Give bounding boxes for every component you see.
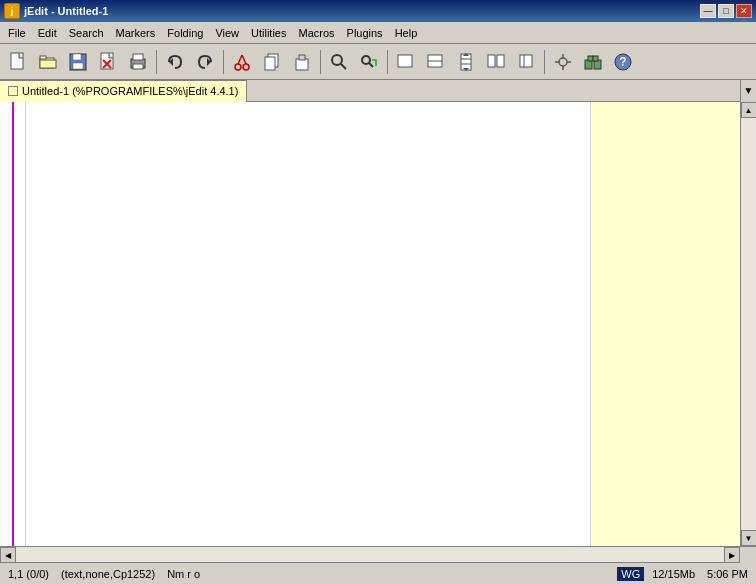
tab-label: Untitled-1 (%PROGRAMFILES%\jEdit 4.4.1) <box>22 85 238 97</box>
menu-plugins[interactable]: Plugins <box>341 25 389 41</box>
svg-rect-12 <box>133 64 143 69</box>
fold-gutter <box>14 102 26 546</box>
svg-rect-37 <box>520 55 532 67</box>
cursor-position: 1,1 (0/0) <box>4 567 53 581</box>
tab-dropdown-icon: ▼ <box>744 85 754 96</box>
svg-line-17 <box>238 55 242 64</box>
right-panel <box>590 102 740 546</box>
svg-rect-30 <box>461 54 471 70</box>
memory-status: 12/15Mb <box>648 567 699 581</box>
wg-status: WG <box>617 567 644 581</box>
redo-button[interactable] <box>191 48 219 76</box>
tab-icon <box>8 86 18 96</box>
open-button[interactable] <box>34 48 62 76</box>
global-options-button[interactable] <box>549 48 577 76</box>
scroll-down-button[interactable]: ▼ <box>741 530 757 546</box>
toolbar-sep-2 <box>223 50 224 74</box>
title-bar-left: j jEdit - Untitled-1 <box>4 3 108 19</box>
scroll-right-button[interactable]: ▶ <box>724 547 740 563</box>
scroll-corner <box>740 547 756 563</box>
svg-rect-11 <box>133 54 143 60</box>
svg-rect-47 <box>593 56 598 61</box>
status-bar: 1,1 (0/0) (text,none,Cp1252) Nm r o WG 1… <box>0 562 756 584</box>
toolbar-sep-4 <box>387 50 388 74</box>
svg-rect-6 <box>73 63 83 69</box>
title-buttons: — □ ✕ <box>700 4 752 18</box>
window-title: jEdit - Untitled-1 <box>24 5 108 17</box>
cut-button[interactable] <box>228 48 256 76</box>
file-mode: (text,none,Cp1252) <box>57 567 159 581</box>
menu-macros[interactable]: Macros <box>292 25 340 41</box>
svg-line-24 <box>341 64 346 69</box>
toolbar: ? <box>0 44 756 80</box>
menu-folding[interactable]: Folding <box>161 25 209 41</box>
svg-point-25 <box>362 56 370 64</box>
svg-point-15 <box>235 64 241 70</box>
menu-markers[interactable]: Markers <box>110 25 162 41</box>
minimize-button[interactable]: — <box>700 4 716 18</box>
close-button[interactable]: ✕ <box>736 4 752 18</box>
toolbar-sep-5 <box>544 50 545 74</box>
paste-button[interactable] <box>288 48 316 76</box>
main-area: ▲ ▼ ◀ ▶ <box>0 102 756 562</box>
svg-rect-36 <box>497 55 504 67</box>
buffer-expand-button[interactable] <box>512 48 540 76</box>
svg-rect-46 <box>588 56 593 61</box>
content-area: ▲ ▼ <box>0 102 756 546</box>
menu-file[interactable]: File <box>2 25 32 41</box>
buffer-new-button[interactable] <box>392 48 420 76</box>
svg-line-26 <box>369 63 373 67</box>
title-bar: j jEdit - Untitled-1 — □ ✕ <box>0 0 756 22</box>
plugin-manager-button[interactable] <box>579 48 607 76</box>
vertical-scrollbar[interactable]: ▲ ▼ <box>740 102 756 546</box>
menu-edit[interactable]: Edit <box>32 25 63 41</box>
svg-rect-5 <box>73 54 81 60</box>
new-button[interactable] <box>4 48 32 76</box>
svg-text:?: ? <box>619 55 626 69</box>
menu-search[interactable]: Search <box>63 25 110 41</box>
menu-help[interactable]: Help <box>389 25 424 41</box>
toolbar-sep-3 <box>320 50 321 74</box>
svg-rect-22 <box>299 55 305 60</box>
edit-mode: Nm r o <box>163 567 204 581</box>
toolbar-sep-1 <box>156 50 157 74</box>
scroll-left-button[interactable]: ◀ <box>0 547 16 563</box>
horizontal-scrollbar: ◀ ▶ <box>0 546 756 562</box>
menu-utilities[interactable]: Utilities <box>245 25 292 41</box>
line-number-gutter <box>0 102 14 546</box>
close-file-button[interactable] <box>94 48 122 76</box>
svg-point-39 <box>559 58 567 66</box>
find-next-button[interactable] <box>355 48 383 76</box>
svg-line-18 <box>242 55 246 64</box>
menu-view[interactable]: View <box>209 25 245 41</box>
svg-rect-3 <box>40 60 56 68</box>
tab-bar: Untitled-1 (%PROGRAMFILES%\jEdit 4.4.1) … <box>0 80 756 102</box>
svg-rect-21 <box>296 59 308 70</box>
clock: 5:06 PM <box>703 567 752 581</box>
print-button[interactable] <box>124 48 152 76</box>
svg-rect-35 <box>488 55 495 67</box>
scrollbar-track[interactable] <box>741 118 756 530</box>
buffer-unsplit-button[interactable] <box>482 48 510 76</box>
scroll-button[interactable] <box>452 48 480 76</box>
app-icon: j <box>4 3 20 19</box>
maximize-button[interactable]: □ <box>718 4 734 18</box>
editor-area[interactable] <box>28 102 590 546</box>
tab-dropdown-button[interactable]: ▼ <box>740 80 756 102</box>
save-button[interactable] <box>64 48 92 76</box>
help-button[interactable]: ? <box>609 48 637 76</box>
tab-untitled1[interactable]: Untitled-1 (%PROGRAMFILES%\jEdit 4.4.1) <box>0 80 247 102</box>
scroll-up-button[interactable]: ▲ <box>741 102 757 118</box>
svg-rect-27 <box>398 55 412 67</box>
undo-button[interactable] <box>161 48 189 76</box>
svg-rect-0 <box>11 53 23 69</box>
svg-point-16 <box>243 64 249 70</box>
menu-bar: File Edit Search Markers Folding View Ut… <box>0 22 756 44</box>
copy-button[interactable] <box>258 48 286 76</box>
svg-point-23 <box>332 55 342 65</box>
buffer-split-button[interactable] <box>422 48 450 76</box>
svg-rect-20 <box>265 57 275 70</box>
svg-rect-2 <box>40 56 46 59</box>
find-button[interactable] <box>325 48 353 76</box>
hscroll-track[interactable] <box>16 547 724 562</box>
